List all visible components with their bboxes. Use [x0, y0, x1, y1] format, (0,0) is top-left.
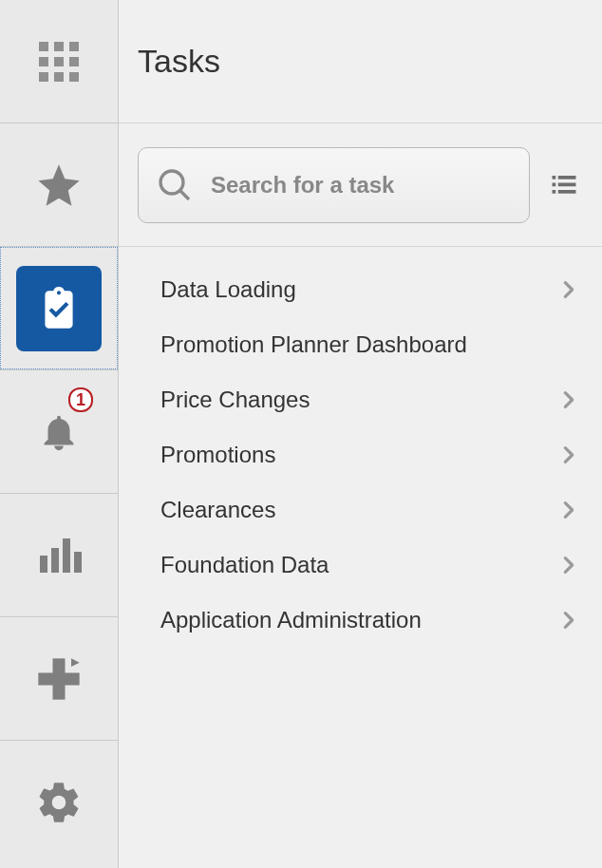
clipboard-check-icon	[35, 285, 83, 332]
task-item-application-administration[interactable]: Application Administration	[119, 593, 602, 648]
svg-rect-9	[40, 556, 47, 573]
chevron-right-icon	[558, 500, 579, 520]
svg-rect-3	[39, 57, 48, 66]
task-item-foundation-data[interactable]: Foundation Data	[119, 538, 602, 593]
svg-rect-15	[553, 176, 556, 179]
svg-rect-8	[69, 72, 79, 82]
svg-rect-4	[54, 57, 64, 66]
rail-item-reports[interactable]	[0, 494, 118, 617]
task-label: Price Changes	[160, 387, 558, 413]
bar-chart-icon	[36, 533, 82, 578]
notification-badge: 1	[68, 387, 93, 412]
svg-rect-14	[38, 672, 79, 685]
svg-rect-10	[51, 548, 59, 573]
list-view-toggle[interactable]	[545, 171, 583, 199]
rail-item-create[interactable]	[0, 617, 118, 741]
svg-rect-1	[54, 42, 64, 51]
rail-item-tasks[interactable]	[0, 247, 118, 370]
plus-icon	[34, 654, 84, 704]
chevron-right-icon	[558, 389, 579, 410]
svg-rect-16	[558, 176, 576, 179]
svg-rect-17	[553, 182, 556, 186]
rail-item-settings[interactable]	[0, 741, 118, 864]
search-row	[119, 123, 602, 247]
left-rail: 1	[0, 0, 119, 868]
rail-item-grid[interactable]	[0, 0, 118, 123]
svg-rect-11	[63, 538, 70, 573]
search-input[interactable]	[211, 172, 510, 198]
list-icon	[550, 171, 578, 199]
task-item-promotion-planner-dashboard[interactable]: Promotion Planner Dashboard	[119, 317, 602, 372]
main-panel: Tasks Data Loading Promotion Planner	[119, 0, 602, 868]
chevron-right-icon	[558, 555, 579, 576]
task-label: Promotions	[160, 442, 558, 468]
task-item-price-changes[interactable]: Price Changes	[119, 372, 602, 427]
task-label: Data Loading	[160, 276, 558, 303]
svg-rect-5	[69, 57, 79, 66]
chevron-right-icon	[558, 610, 579, 631]
task-item-data-loading[interactable]: Data Loading	[119, 262, 602, 317]
page-title: Tasks	[138, 43, 220, 80]
star-icon	[34, 160, 84, 210]
task-label: Promotion Planner Dashboard	[160, 331, 579, 358]
task-label: Application Administration	[160, 607, 558, 633]
grid-icon	[37, 40, 81, 84]
search-box[interactable]	[138, 147, 530, 223]
svg-rect-6	[39, 72, 48, 82]
svg-rect-7	[54, 72, 64, 82]
task-item-promotions[interactable]: Promotions	[119, 427, 602, 482]
bell-icon	[37, 410, 81, 454]
rail-item-notifications[interactable]: 1	[0, 370, 118, 494]
svg-rect-18	[558, 182, 576, 186]
search-icon	[158, 168, 192, 202]
chevron-right-icon	[558, 279, 579, 300]
svg-rect-12	[74, 552, 82, 573]
svg-rect-19	[553, 190, 556, 194]
svg-rect-20	[558, 190, 576, 194]
svg-rect-2	[69, 42, 79, 51]
task-label: Clearances	[160, 497, 558, 523]
svg-rect-0	[39, 42, 48, 51]
task-label: Foundation Data	[160, 552, 558, 578]
gear-icon	[35, 779, 83, 826]
task-item-clearances[interactable]: Clearances	[119, 482, 602, 538]
panel-header: Tasks	[119, 0, 602, 123]
chevron-right-icon	[558, 444, 579, 465]
rail-item-favorites[interactable]	[0, 123, 118, 247]
task-list: Data Loading Promotion Planner Dashboard…	[119, 247, 602, 868]
